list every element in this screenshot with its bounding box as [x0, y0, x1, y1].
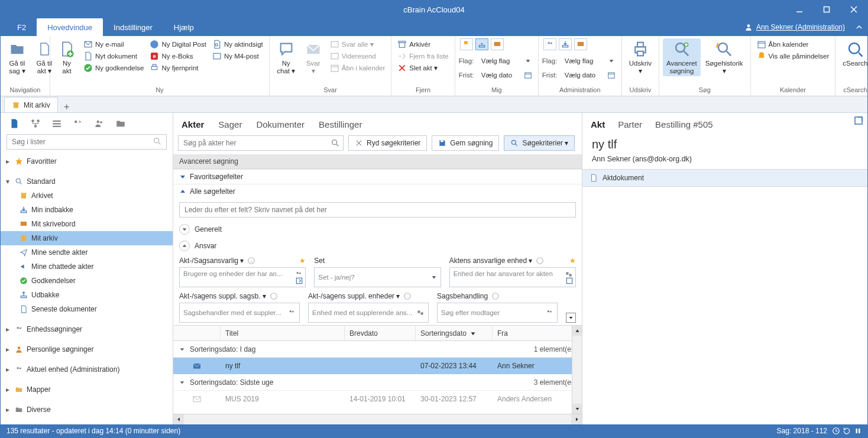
- view-org-icon[interactable]: [30, 118, 41, 129]
- adm-users-icon[interactable]: [543, 38, 556, 50]
- col-titel[interactable]: Titel: [221, 326, 345, 340]
- expand-icon[interactable]: [565, 277, 574, 285]
- tree-seneste-dokumenter[interactable]: Seneste dokumenter: [1, 302, 173, 316]
- tree-personlige-sogninger[interactable]: ▸Personlige søgninger: [1, 342, 173, 356]
- adm-tray-icon[interactable]: [559, 38, 572, 50]
- view-list-icon[interactable]: [9, 118, 20, 129]
- adm-desk-icon[interactable]: [574, 38, 587, 50]
- ansvar-section-toggle[interactable]: Ansvar: [173, 238, 582, 254]
- mig-flag-picker[interactable]: [522, 55, 535, 67]
- tab-mit-arkiv[interactable]: Mit arkiv: [4, 97, 58, 112]
- view-transfer-icon[interactable]: [73, 118, 83, 129]
- tree-diverse[interactable]: ▸Diverse: [1, 403, 173, 417]
- ny-godkendelse-button[interactable]: Ny godkendelse: [81, 62, 146, 74]
- window-close[interactable]: [840, 1, 867, 18]
- ny-digital-post-button[interactable]: Ny Digital Post: [147, 38, 208, 50]
- sogehistorik-button[interactable]: Søgehistorik ▾: [702, 38, 747, 76]
- sagsbehandling-input[interactable]: Søg efter modtager: [437, 303, 558, 323]
- favorit-sogefelter-toggle[interactable]: Favoritsøgefelter: [173, 169, 582, 184]
- view-users-icon[interactable]: [94, 118, 105, 129]
- preview-tab-akt[interactable]: Akt: [591, 119, 605, 129]
- status-pause-icon[interactable]: [854, 427, 861, 435]
- add-tab-button[interactable]: +: [59, 102, 75, 112]
- ny-eboks-button[interactable]: eNy e-Boks: [147, 50, 208, 62]
- list-search-input[interactable]: [7, 134, 167, 150]
- expand-icon[interactable]: [295, 277, 303, 285]
- mig-desk-icon[interactable]: [491, 38, 504, 50]
- goto-sag-button[interactable]: Gå til sag ▾: [4, 38, 30, 76]
- abn-kalender-button[interactable]: Åbn i kalender: [328, 62, 388, 74]
- tree-mine-chattede[interactable]: Mine chattede akter: [1, 259, 173, 274]
- grid-vscrollbar[interactable]: [572, 326, 582, 414]
- fjern-fra-liste-button[interactable]: Fjern fra liste: [395, 50, 451, 62]
- center-tab-dokumenter[interactable]: Dokumenter: [256, 119, 305, 129]
- more-search-fields-dropdown[interactable]: [566, 313, 576, 323]
- preview-maximize[interactable]: [853, 115, 864, 126]
- akter-search-input[interactable]: [178, 135, 344, 151]
- svar-button[interactable]: Svar ▾: [300, 38, 326, 76]
- svar-alle-button[interactable]: Svar alle ▾: [328, 38, 388, 50]
- tree-mine-sendte[interactable]: Mine sendte akter: [1, 245, 173, 259]
- ny-akt-button[interactable]: Ny akt: [54, 38, 80, 76]
- adm-flag-picker[interactable]: [605, 55, 618, 67]
- nyt-dokument-button[interactable]: Nyt dokument: [81, 50, 146, 62]
- tree-mit-skrivebord[interactable]: Mit skrivebord: [1, 217, 173, 231]
- preview-tab-parter[interactable]: Parter: [618, 119, 642, 129]
- tree-favoritter[interactable]: ▸Favoritter: [1, 154, 173, 168]
- ryd-sogekriterier-button[interactable]: Ryd søgekriterier: [348, 135, 427, 151]
- generelt-section-toggle[interactable]: Generelt: [173, 221, 582, 238]
- videresend-button[interactable]: Videresend: [328, 50, 388, 62]
- tree-min-indbakke[interactable]: Min indbakke: [1, 203, 173, 217]
- star-icon[interactable]: ★: [569, 257, 576, 265]
- tree-enhedssogninger[interactable]: ▸Enhedssøgninger: [1, 322, 173, 336]
- group-header-idag[interactable]: Sorteringsdato: I dag1 element(er): [173, 341, 582, 358]
- ny-chat-button[interactable]: Ny chat ▾: [273, 38, 299, 76]
- grid-row-nytlf[interactable]: ny tlf 07-02-2023 13:44 Ann Sekner: [173, 358, 582, 374]
- field-search-input[interactable]: [179, 202, 576, 218]
- view-folder-icon[interactable]: [115, 118, 126, 129]
- ny-aktindsigt-button[interactable]: Ny aktindsigt: [210, 38, 265, 50]
- suppl-sagsb-input[interactable]: Sagsbehandler med et suppler...: [179, 303, 300, 323]
- vis-pamindelser-button[interactable]: Vis alle påmindelser: [754, 50, 832, 62]
- menu-hjaelp[interactable]: Hjælp: [163, 18, 205, 36]
- csearch-button[interactable]: cSearch: [839, 38, 868, 69]
- status-refresh-icon[interactable]: [843, 427, 851, 435]
- grid-row-mus2019[interactable]: MUS 2019 14-01-2019 10:01 30-01-2023 12:…: [173, 391, 582, 407]
- slet-akt-button[interactable]: Slet akt ▾: [395, 62, 451, 74]
- menu-f2[interactable]: F2: [7, 18, 37, 36]
- view-cards-icon[interactable]: [51, 118, 62, 129]
- mig-flag-icon[interactable]: [460, 38, 473, 50]
- gem-sogning-button[interactable]: Gem søgning: [432, 135, 499, 151]
- col-sorteringsdato[interactable]: Sorteringsdato: [416, 326, 493, 340]
- current-user[interactable]: Ann Sekner (Administration): [744, 18, 851, 36]
- mig-tray-icon[interactable]: [475, 38, 488, 50]
- window-minimize[interactable]: [786, 1, 813, 18]
- tree-aktuel-enhed[interactable]: ▸Aktuel enhed (Administration): [1, 362, 173, 377]
- tree-arkivet[interactable]: Arkivet: [1, 189, 173, 203]
- arkiver-button[interactable]: Arkivér: [395, 38, 451, 50]
- tree-godkendelser[interactable]: Godkendelser: [1, 274, 173, 288]
- ribbon-collapse[interactable]: [851, 18, 867, 36]
- star-icon[interactable]: ★: [299, 257, 306, 265]
- center-tab-bestillinger[interactable]: Bestillinger: [319, 119, 362, 129]
- ny-fjernprint-button[interactable]: Ny fjernprint: [147, 62, 208, 74]
- center-tab-akter[interactable]: Akter: [182, 119, 204, 129]
- group-header-sidste-uge[interactable]: Sorteringsdato: Sidste uge3 element(er): [173, 374, 582, 391]
- menu-indstillinger[interactable]: Indstillinger: [103, 18, 163, 36]
- preview-attachment-aktdokument[interactable]: Aktdokument: [582, 169, 867, 187]
- grid-hscrollbar[interactable]: [173, 414, 582, 424]
- akt-sagsansvarlig-input[interactable]: Brugere og enheder der har an...: [179, 267, 306, 287]
- suppl-enheder-input[interactable]: Enhed med et supplerende ans...: [308, 303, 429, 323]
- ansvarlige-enhed-input[interactable]: Enhed der har ansvaret for akten: [449, 267, 576, 287]
- udskriv-button[interactable]: Udskriv ▾: [626, 38, 655, 76]
- menu-hovedvindue[interactable]: Hovedvindue: [37, 18, 103, 36]
- abn-kalender-main-button[interactable]: Åbn kalender: [754, 38, 832, 50]
- ny-email-button[interactable]: Ny e-mail: [81, 38, 146, 50]
- alle-sogefelter-toggle[interactable]: Alle søgefelter: [173, 184, 582, 199]
- tree-mapper[interactable]: ▸Mapper: [1, 382, 173, 397]
- sogekriterier-button[interactable]: Søgekriterier ▾: [504, 135, 575, 151]
- col-fra[interactable]: Fra: [493, 326, 582, 340]
- window-maximize[interactable]: [813, 1, 840, 18]
- tree-udbakke[interactable]: Udbakke: [1, 288, 173, 302]
- col-brevdato[interactable]: Brevdato: [345, 326, 416, 340]
